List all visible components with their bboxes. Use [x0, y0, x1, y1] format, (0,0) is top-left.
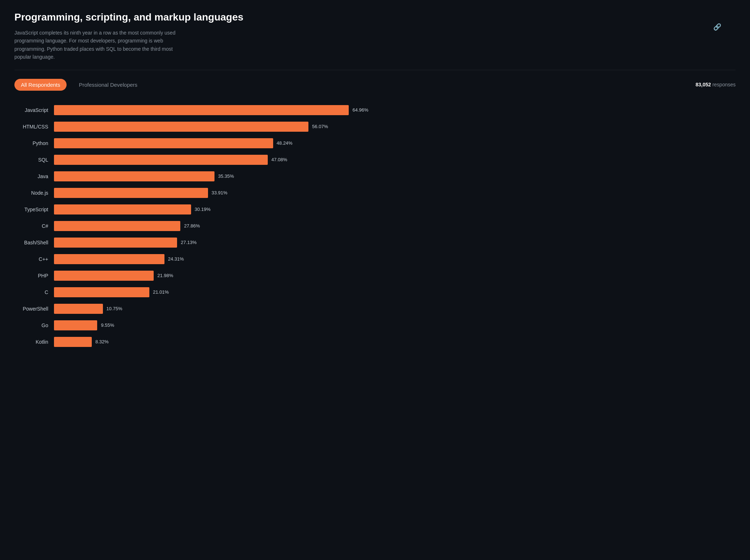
lang-label: Java — [14, 173, 54, 179]
chart-row: C21.01% — [14, 287, 736, 297]
page-description: JavaScript completes its ninth year in a… — [14, 29, 187, 61]
bar-wrapper: 64.96% — [54, 105, 736, 115]
link-icon[interactable]: 🔗 — [713, 23, 721, 31]
bar-wrapper: 24.31% — [54, 254, 736, 264]
bar-pct-label: 8.32% — [95, 339, 109, 344]
lang-label: Go — [14, 322, 54, 328]
chart-row: PHP21.98% — [14, 271, 736, 281]
bar-pct-label: 27.13% — [181, 240, 196, 245]
lang-label: JavaScript — [14, 107, 54, 113]
chart-row: TypeScript30.19% — [14, 204, 736, 214]
bar-pct-label: 27.86% — [184, 223, 200, 229]
page-title: Programming, scripting, and markup langu… — [14, 12, 736, 23]
bar-pct-label: 24.31% — [168, 256, 184, 262]
lang-label: Bash/Shell — [14, 240, 54, 245]
bar-wrapper: 21.98% — [54, 271, 736, 281]
bar-wrapper: 47.08% — [54, 155, 736, 165]
bar-pct-label: 56.07% — [312, 124, 328, 129]
bar — [54, 337, 92, 347]
bar — [54, 122, 308, 132]
lang-label: HTML/CSS — [14, 124, 54, 130]
bar-wrapper: 8.32% — [54, 337, 736, 347]
bar — [54, 304, 103, 314]
bar-wrapper: 33.91% — [54, 188, 736, 198]
response-count-value: 83,052 — [696, 82, 711, 87]
chart-row: Python48.24% — [14, 138, 736, 148]
lang-label: C# — [14, 223, 54, 229]
lang-label: SQL — [14, 157, 54, 163]
bar-pct-label: 35.35% — [218, 173, 234, 179]
chart-row: HTML/CSS56.07% — [14, 122, 736, 132]
response-count-label: responses — [712, 82, 736, 87]
chart-row: Node.js33.91% — [14, 188, 736, 198]
bar-wrapper: 21.01% — [54, 287, 736, 297]
section-divider — [14, 70, 736, 70]
bar — [54, 271, 154, 281]
bar — [54, 171, 214, 181]
tab-professional-developers[interactable]: Professional Developers — [72, 79, 144, 91]
page-header: Programming, scripting, and markup langu… — [14, 12, 736, 61]
bar — [54, 105, 349, 115]
chart-row: PowerShell10.75% — [14, 304, 736, 314]
bar-pct-label: 47.08% — [271, 157, 287, 162]
bar-pct-label: 64.96% — [352, 107, 368, 113]
bar-wrapper: 56.07% — [54, 122, 736, 132]
bar-wrapper: 30.19% — [54, 204, 736, 214]
bar-pct-label: 21.98% — [157, 273, 173, 278]
chart-row: C++24.31% — [14, 254, 736, 264]
bar — [54, 188, 208, 198]
response-count: 83,052 responses — [696, 82, 736, 87]
bar-pct-label: 9.55% — [101, 322, 114, 328]
lang-label: Python — [14, 140, 54, 146]
bar — [54, 155, 268, 165]
lang-label: Kotlin — [14, 339, 54, 345]
bar-wrapper: 27.86% — [54, 221, 736, 231]
bar-pct-label: 21.01% — [153, 289, 169, 295]
filter-row: All Respondents Professional Developers … — [14, 79, 736, 91]
lang-label: Node.js — [14, 190, 54, 196]
bar — [54, 254, 164, 264]
bar — [54, 204, 191, 214]
bar-wrapper: 35.35% — [54, 171, 736, 181]
chart-row: C#27.86% — [14, 221, 736, 231]
chart-row: Java35.35% — [14, 171, 736, 181]
bar-pct-label: 10.75% — [107, 306, 122, 311]
chart-row: SQL47.08% — [14, 155, 736, 165]
chart-container: JavaScript64.96%HTML/CSS56.07%Python48.2… — [14, 105, 736, 347]
bar-pct-label: 48.24% — [277, 140, 293, 146]
lang-label: TypeScript — [14, 207, 54, 212]
bar-wrapper: 10.75% — [54, 304, 736, 314]
tab-all-respondents[interactable]: All Respondents — [14, 79, 67, 91]
bar-pct-label: 30.19% — [195, 207, 211, 212]
bar — [54, 138, 273, 148]
bar — [54, 238, 177, 248]
bar — [54, 320, 97, 330]
bar — [54, 287, 149, 297]
bar — [54, 221, 180, 231]
bar-wrapper: 48.24% — [54, 138, 736, 148]
chart-row: JavaScript64.96% — [14, 105, 736, 115]
bar-pct-label: 33.91% — [212, 190, 227, 195]
page-wrapper: Programming, scripting, and markup langu… — [14, 12, 736, 347]
lang-label: PHP — [14, 273, 54, 279]
bar-wrapper: 27.13% — [54, 238, 736, 248]
lang-label: C++ — [14, 256, 54, 262]
bar-wrapper: 9.55% — [54, 320, 736, 330]
filter-tabs: All Respondents Professional Developers — [14, 79, 144, 91]
lang-label: C — [14, 289, 54, 295]
lang-label: PowerShell — [14, 306, 54, 312]
chart-row: Bash/Shell27.13% — [14, 238, 736, 248]
chart-row: Kotlin8.32% — [14, 337, 736, 347]
chart-row: Go9.55% — [14, 320, 736, 330]
